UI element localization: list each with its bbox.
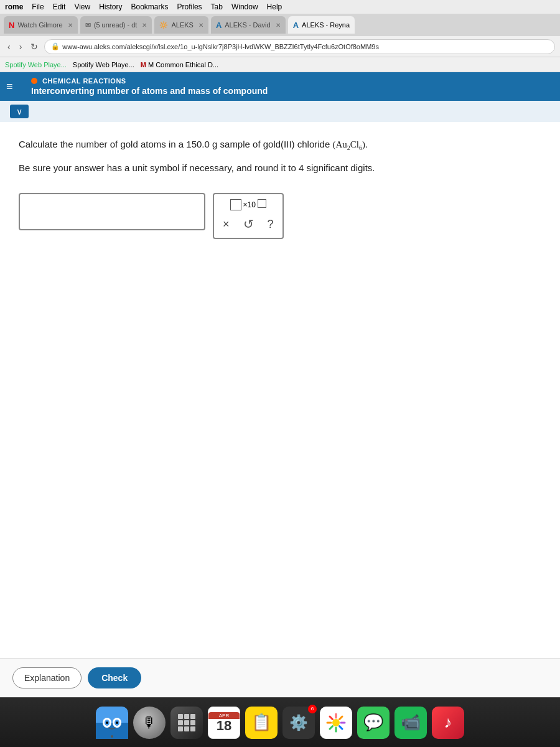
netflix-icon: N — [9, 21, 14, 30]
url-text: www-awu.aleks.com/alekscgi/x/lsl.exe/1o_… — [62, 43, 379, 50]
sci-buttons: × ↺ ? — [220, 215, 276, 233]
music-icon: ♪ — [444, 713, 452, 732]
tab-netflix-label: Watch Gilmore — [17, 21, 62, 29]
aleks1-icon: 🔆 — [159, 21, 168, 29]
status-dot — [31, 78, 37, 84]
svg-point-9 — [332, 719, 340, 726]
notes-icon: 📋 — [251, 713, 271, 732]
finder-badge — [111, 735, 113, 738]
tab-aleks1-close[interactable]: ✕ — [198, 22, 203, 29]
dock-music[interactable]: ♪ — [432, 707, 464, 739]
tab-email[interactable]: ✉ (5 unread) - dt ✕ — [80, 16, 152, 34]
dock: 🎙 APR 18 📋 ⚙️ 6 — [0, 697, 560, 747]
tab-aleks-reyna-label: ALEKS - Reyna — [302, 21, 350, 29]
problem-area: Calculate the number of gold atoms in a … — [0, 122, 560, 405]
calendar-day: 18 — [217, 719, 231, 733]
bookmark-spotify[interactable]: Spotify Web Playe... — [5, 61, 67, 68]
page-content: ≡ CHEMICAL REACTIONS Interconverting num… — [0, 72, 560, 697]
multiply-button[interactable]: × — [220, 217, 232, 232]
tab-email-label: (5 unread) - dt — [94, 21, 138, 29]
menu-profiles[interactable]: Profiles — [177, 2, 202, 11]
tab-aleks-reyna[interactable]: A ALEKS - Reyna — [288, 16, 355, 34]
check-button[interactable]: Check — [88, 667, 141, 688]
menu-file[interactable]: File — [32, 2, 44, 11]
tab-aleks1-label: ALEKS — [171, 21, 193, 29]
lock-icon: 🔒 — [51, 42, 60, 50]
menu-tab[interactable]: Tab — [211, 2, 223, 11]
explanation-button[interactable]: Explanation — [12, 667, 82, 688]
section-label: CHEMICAL REACTIONS — [42, 77, 126, 85]
menu-help[interactable]: Help — [267, 2, 282, 11]
menu-history[interactable]: History — [99, 2, 122, 11]
collapse-button[interactable]: ∨ — [10, 105, 29, 118]
bottom-bar: Explanation Check — [0, 658, 560, 697]
svg-point-8 — [116, 721, 118, 724]
launchpad-icon — [178, 714, 195, 731]
answer-input[interactable] — [19, 193, 205, 230]
tab-netflix[interactable]: N Watch Gilmore ✕ — [4, 16, 78, 34]
address-bar: ‹ › ↻ 🔒 www-awu.aleks.com/alekscgi/x/lsl… — [0, 36, 560, 57]
tab-netflix-close[interactable]: ✕ — [68, 22, 73, 29]
svg-line-15 — [340, 726, 343, 729]
dock-photos[interactable] — [320, 707, 352, 739]
photos-icon — [325, 712, 347, 734]
menu-bar: rome File Edit View History Bookmarks Pr… — [0, 0, 560, 14]
sci-notation-label: ×10 — [230, 199, 266, 210]
bookmark-spotify-label[interactable]: Spotify Web Playe... — [73, 61, 134, 68]
bookmark-ethical-label: M Common Ethical D... — [148, 61, 218, 68]
spacer — [0, 405, 560, 659]
dock-calendar[interactable]: APR 18 — [208, 707, 240, 739]
refresh-button[interactable]: ↻ — [28, 40, 40, 53]
tab-bar: N Watch Gilmore ✕ ✉ (5 unread) - dt ✕ 🔆 … — [0, 14, 560, 36]
tab-email-close[interactable]: ✕ — [142, 22, 147, 29]
tab-aleks-david-close[interactable]: ✕ — [276, 22, 281, 29]
siri-icon: 🎙 — [142, 714, 157, 731]
menu-view[interactable]: View — [74, 2, 90, 11]
email-icon: ✉ — [85, 21, 91, 29]
forward-button[interactable]: › — [17, 40, 25, 53]
coeff-box[interactable] — [230, 199, 241, 210]
collapse-area: ∨ — [0, 101, 560, 122]
problem-main-text: Calculate the number of gold atoms in a … — [19, 137, 541, 153]
dock-notes[interactable]: 📋 — [245, 707, 278, 739]
dock-launchpad[interactable] — [170, 707, 203, 739]
bookmark-ethical[interactable]: M M Common Ethical D... — [141, 61, 218, 68]
facetime-icon: 📹 — [401, 713, 421, 732]
bookmarks-bar: Spotify Web Playe... Spotify Web Playe..… — [0, 57, 560, 72]
messages-icon: 💬 — [363, 713, 383, 732]
topic-label: Interconverting number of atoms and mass… — [31, 86, 268, 96]
tab-aleks-david-label: ALEKS - David — [225, 21, 270, 29]
menu-bookmarks[interactable]: Bookmarks — [131, 2, 169, 11]
tab-aleks1[interactable]: 🔆 ALEKS ✕ — [154, 16, 208, 34]
svg-point-7 — [106, 721, 108, 724]
address-input[interactable]: 🔒 www-awu.aleks.com/alekscgi/x/lsl.exe/1… — [44, 39, 555, 54]
answer-area: ×10 × ↺ ? — [19, 193, 541, 239]
undo-button[interactable]: ↺ — [241, 215, 256, 233]
aleks-david-icon: A — [216, 21, 222, 30]
finder-icon — [96, 707, 128, 739]
formula-text: (Au2Cl6) — [332, 139, 365, 149]
tab-aleks-david[interactable]: A ALEKS - David ✕ — [211, 16, 286, 34]
badge-item-icon: ⚙️ — [289, 714, 308, 731]
hamburger-icon[interactable]: ≡ — [6, 80, 13, 93]
exp-box[interactable] — [258, 199, 266, 208]
svg-line-17 — [330, 726, 333, 729]
m-icon: M — [141, 61, 146, 68]
dock-finder[interactable] — [96, 707, 128, 739]
back-button[interactable]: ‹ — [5, 40, 13, 53]
sci-notation-box: ×10 × ↺ ? — [213, 193, 284, 239]
svg-line-14 — [330, 716, 333, 720]
help-button[interactable]: ? — [265, 217, 276, 232]
dock-siri[interactable]: 🎙 — [133, 707, 166, 739]
menu-edit[interactable]: Edit — [53, 2, 66, 11]
menu-window[interactable]: Window — [231, 2, 258, 11]
svg-line-16 — [340, 716, 343, 720]
dock-messages[interactable]: 💬 — [357, 707, 390, 739]
problem-sub-text: Be sure your answer has a unit symbol if… — [19, 161, 541, 176]
aleks-reyna-icon: A — [293, 21, 299, 30]
dock-facetime[interactable]: 📹 — [394, 707, 427, 739]
menu-app-name[interactable]: rome — [5, 2, 23, 11]
aleks-header: ≡ CHEMICAL REACTIONS Interconverting num… — [0, 72, 560, 101]
badge-count: 6 — [308, 705, 317, 713]
dock-badge-item[interactable]: ⚙️ 6 — [282, 707, 315, 739]
